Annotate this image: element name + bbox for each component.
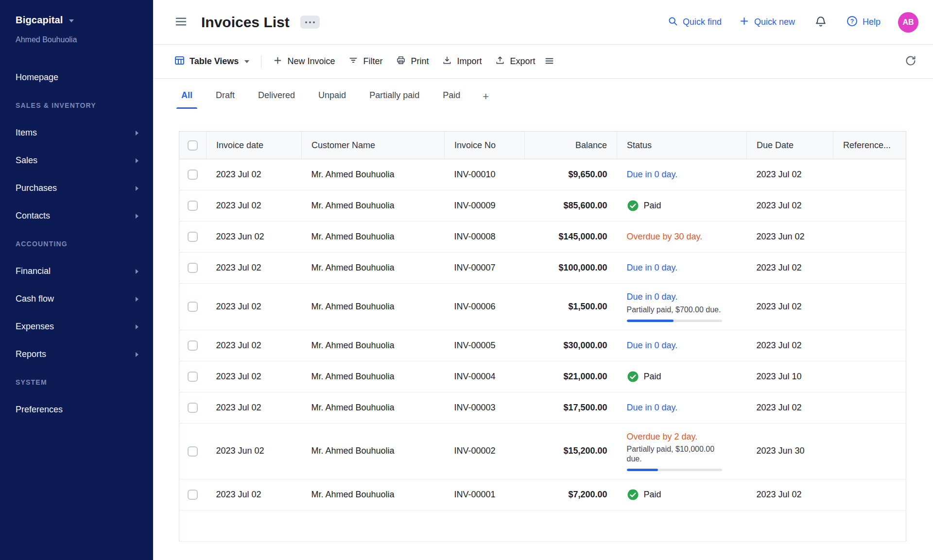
add-view-tab-button[interactable]: + (480, 90, 492, 110)
row-checkbox-cell (179, 253, 207, 284)
sidebar-item-expenses[interactable]: Expenses (0, 313, 153, 340)
reference-cell (833, 423, 906, 479)
invoice-row-inv-00001[interactable]: 2023 Jul 02Mr. Ahmed BouhuoliaINV-00001$… (179, 479, 906, 510)
sidebar-item-contacts[interactable]: Contacts (0, 202, 153, 230)
row-checkbox[interactable] (188, 201, 198, 211)
invoice-date-cell: 2023 Jul 02 (207, 253, 302, 284)
notifications-button[interactable] (812, 13, 829, 31)
invoice-row-inv-00008[interactable]: 2023 Jun 02Mr. Ahmed BouhuoliaINV-00008$… (179, 221, 906, 253)
invoice-row-inv-00006[interactable]: 2023 Jul 02Mr. Ahmed BouhuoliaINV-00006$… (179, 284, 906, 330)
invoice-row-inv-00002[interactable]: 2023 Jun 02Mr. Ahmed BouhuoliaINV-00002$… (179, 423, 906, 479)
row-checkbox[interactable] (188, 372, 198, 382)
print-button[interactable]: Print (389, 51, 435, 72)
sidebar-section-accounting: ACCOUNTING (0, 230, 153, 257)
status-cell: Due in 0 day. (617, 330, 747, 361)
reference-cell (833, 284, 906, 330)
table-grid-icon (174, 55, 185, 68)
row-density-button[interactable] (542, 54, 556, 69)
list-icon (544, 56, 554, 68)
status-text: Paid (644, 371, 661, 382)
column-header-status[interactable]: Status (617, 132, 747, 159)
select-all-checkbox[interactable] (188, 140, 198, 151)
tab-partially-paid[interactable]: Partially paid (364, 90, 424, 109)
column-header-invoice-date[interactable]: Invoice date (207, 132, 302, 159)
sidebar-toggle-button[interactable] (173, 13, 190, 32)
status-cell: Due in 0 day. (617, 159, 747, 190)
row-checkbox-cell (179, 330, 207, 361)
status-text: Due in 0 day. (627, 262, 678, 273)
invoice-row-inv-00003[interactable]: 2023 Jul 02Mr. Ahmed BouhuoliaINV-00003$… (179, 392, 906, 423)
invoice-no-cell: INV-00009 (445, 190, 525, 221)
customer-name-cell: Mr. Ahmed Bouhuolia (302, 423, 445, 479)
tab-paid[interactable]: Paid (438, 90, 465, 109)
column-header-customer-name[interactable]: Customer Name (302, 132, 445, 159)
balance-cell: $17,500.00 (525, 392, 617, 423)
row-checkbox[interactable] (188, 490, 198, 500)
invoice-row-inv-00004[interactable]: 2023 Jul 02Mr. Ahmed BouhuoliaINV-00004$… (179, 361, 906, 392)
balance-cell: $1,500.00 (525, 284, 617, 330)
sidebar-item-label: Sales (16, 155, 37, 166)
page-more-options-button[interactable] (300, 16, 320, 29)
hamburger-icon (174, 15, 188, 30)
tab-delivered[interactable]: Delivered (253, 90, 300, 109)
refresh-button[interactable] (903, 53, 918, 70)
row-checkbox[interactable] (188, 446, 198, 457)
user-avatar[interactable]: AB (898, 12, 918, 33)
sidebar-item-sales[interactable]: Sales (0, 147, 153, 174)
status-cell: Overdue by 2 day.Partially paid, $10,000… (617, 423, 747, 479)
column-header-invoice-no[interactable]: Invoice No (445, 132, 525, 159)
sidebar-item-homepage[interactable]: Homepage (0, 64, 153, 91)
row-checkbox-cell (179, 190, 207, 221)
sidebar-item-purchases[interactable]: Purchases (0, 174, 153, 202)
status-text: Overdue by 30 day. (627, 231, 703, 242)
new-invoice-button[interactable]: New Invoice (266, 51, 342, 72)
row-checkbox[interactable] (188, 340, 198, 351)
row-checkbox[interactable] (188, 232, 198, 242)
status-text: Due in 0 day. (627, 340, 678, 351)
due-date-cell: 2023 Jun 02 (747, 221, 833, 253)
invoice-row-inv-00009[interactable]: 2023 Jul 02Mr. Ahmed BouhuoliaINV-00009$… (179, 190, 906, 221)
toolbar: Table Views New Invoice Filter (153, 45, 933, 79)
paid-check-icon (627, 489, 639, 501)
help-button[interactable]: ? Help (847, 16, 881, 29)
invoice-row-inv-00007[interactable]: 2023 Jul 02Mr. Ahmed BouhuoliaINV-00007$… (179, 253, 906, 284)
sidebar-section-sales-inventory: SALES & INVENTORY (0, 91, 153, 119)
column-header-due-date[interactable]: Due Date (747, 132, 833, 159)
chevron-right-icon (136, 324, 138, 329)
svg-text:?: ? (850, 17, 854, 24)
row-checkbox[interactable] (188, 403, 198, 413)
column-header-reference[interactable]: Reference... (833, 132, 906, 159)
sidebar-item-label: Items (16, 128, 37, 138)
tab-draft[interactable]: Draft (211, 90, 240, 109)
partial-paid-text: Partially paid, $700.00 due. (627, 305, 731, 315)
workspace-switcher[interactable]: Bigcapital (0, 15, 153, 26)
quick-find-label: Quick find (683, 17, 722, 27)
row-checkbox[interactable] (188, 263, 198, 273)
invoice-date-cell: 2023 Jul 02 (207, 479, 302, 510)
import-button[interactable]: Import (435, 51, 488, 72)
row-checkbox[interactable] (188, 170, 198, 180)
sidebar-item-reports[interactable]: Reports (0, 340, 153, 368)
tab-unpaid[interactable]: Unpaid (313, 90, 351, 109)
tab-all[interactable]: All (176, 90, 197, 109)
help-label: Help (863, 17, 881, 27)
column-header-balance[interactable]: Balance (525, 132, 617, 159)
quick-find-button[interactable]: Quick find (668, 16, 722, 29)
customer-name-cell: Mr. Ahmed Bouhuolia (302, 159, 445, 190)
table-filler-row (179, 510, 906, 542)
filter-button[interactable]: Filter (342, 51, 389, 72)
reference-cell (833, 392, 906, 423)
row-checkbox[interactable] (188, 302, 198, 312)
sidebar-item-preferences[interactable]: Preferences (0, 396, 153, 424)
sidebar-item-cash-flow[interactable]: Cash flow (0, 285, 153, 313)
invoice-row-inv-00010[interactable]: 2023 Jul 02Mr. Ahmed BouhuoliaINV-00010$… (179, 159, 906, 190)
table-views-button[interactable]: Table Views (168, 51, 256, 72)
invoice-no-cell: INV-00004 (445, 361, 525, 392)
invoice-row-inv-00005[interactable]: 2023 Jul 02Mr. Ahmed BouhuoliaINV-00005$… (179, 330, 906, 361)
brand-name: Bigcapital (16, 15, 63, 26)
invoice-date-cell: 2023 Jul 02 (207, 284, 302, 330)
sidebar-item-items[interactable]: Items (0, 119, 153, 147)
sidebar-item-financial[interactable]: Financial (0, 257, 153, 285)
export-button[interactable]: Export (488, 51, 542, 72)
quick-new-button[interactable]: Quick new (739, 16, 795, 29)
